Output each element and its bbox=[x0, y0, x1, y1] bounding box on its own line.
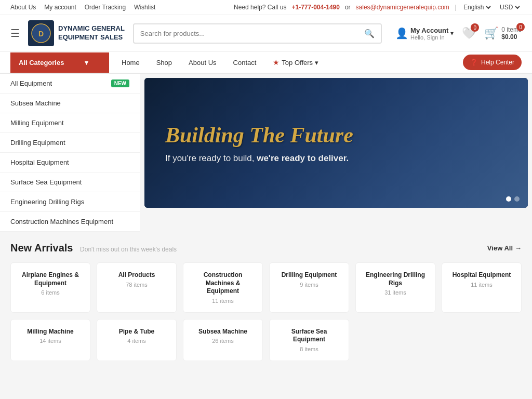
email-link[interactable]: sales@dynamicgeneralequip.com bbox=[356, 4, 449, 11]
new-badge: NEW bbox=[111, 79, 129, 87]
category-card-milling[interactable]: Milling Machine 14 items bbox=[10, 319, 90, 361]
cat-count: 4 items bbox=[103, 338, 170, 344]
dot-2[interactable] bbox=[514, 196, 520, 202]
cat-name: Pipe & Tube bbox=[103, 328, 170, 336]
nav-top-offers[interactable]: ★ Top Offers ▾ bbox=[265, 52, 326, 73]
help-center-label: Help Center bbox=[481, 59, 514, 66]
cat-name: Hospital Equipment bbox=[448, 271, 515, 280]
view-all-label: View All bbox=[487, 244, 513, 252]
cart-price: $0.00 bbox=[501, 33, 522, 41]
dot-1[interactable] bbox=[506, 196, 511, 202]
view-all-link[interactable]: View All → bbox=[487, 244, 522, 252]
sidebar-item-all-equipment[interactable]: All Equipment NEW bbox=[0, 74, 140, 94]
my-account-btn[interactable]: 👤 My Account Hello, Sign In ▾ bbox=[395, 26, 454, 41]
sidebar-label: Construction Machines Equipment bbox=[10, 218, 113, 225]
wishlist-badge: 0 bbox=[471, 23, 479, 32]
sidebar-label: Milling Equipment bbox=[10, 119, 64, 127]
help-center-button[interactable]: ❓ Help Center bbox=[463, 55, 522, 70]
search-button[interactable]: 🔍 bbox=[358, 24, 381, 43]
sign-in-text: Hello, Sign In bbox=[410, 34, 448, 41]
top-bar-links: About Us My account Order Tracking Wishl… bbox=[10, 4, 155, 11]
sidebar-item-subsea-machine[interactable]: Subsea Machine bbox=[0, 94, 140, 113]
nav-contact[interactable]: Contact bbox=[226, 52, 264, 73]
category-card-airplane[interactable]: Airplane Engines & Equipment 6 items bbox=[10, 262, 90, 313]
cat-count: 78 items bbox=[103, 282, 170, 288]
category-card-hospital[interactable]: Hospital Equipment 11 items bbox=[442, 262, 522, 313]
nav-about-us[interactable]: About Us bbox=[181, 52, 223, 73]
top-bar: About Us My account Order Tracking Wishl… bbox=[0, 0, 532, 15]
svg-text:D: D bbox=[38, 30, 44, 38]
cat-name: Drilling Equipment bbox=[276, 271, 342, 280]
nav-shop[interactable]: Shop bbox=[149, 52, 179, 73]
cat-name: Airplane Engines & Equipment bbox=[17, 271, 84, 287]
help-icon: ❓ bbox=[470, 59, 478, 66]
section-title: New Arrivals bbox=[10, 242, 73, 254]
sidebar-label: Surface Sea Equipment bbox=[10, 178, 82, 186]
category-card-engineering[interactable]: Engineering Drilling Rigs 31 items bbox=[355, 262, 435, 313]
language-select[interactable]: English bbox=[461, 3, 493, 11]
cat-name: Construction Machines & Equipment bbox=[190, 271, 256, 296]
sidebar-item-construction-machines[interactable]: Construction Machines Equipment bbox=[0, 212, 140, 232]
sidebar-item-hospital-equipment[interactable]: Hospital Equipment bbox=[0, 153, 140, 172]
sidebar-label: Drilling Equipment bbox=[10, 139, 65, 147]
new-arrivals-section: New Arrivals Don't miss out on this week… bbox=[0, 232, 532, 361]
arrow-icon: → bbox=[515, 244, 522, 252]
nav-links: Home Shop About Us Contact ★ Top Offers … bbox=[109, 52, 463, 73]
cat-count: 26 items bbox=[190, 338, 256, 344]
cat-count: 14 items bbox=[17, 338, 84, 344]
category-card-subsea[interactable]: Subsea Machine 26 items bbox=[183, 319, 263, 361]
sidebar-item-drilling-equipment[interactable]: Drilling Equipment bbox=[0, 133, 140, 153]
category-card-pipe[interactable]: Pipe & Tube 4 items bbox=[97, 319, 177, 361]
category-card-surface-sea[interactable]: Surface Sea Equipment 8 items bbox=[269, 319, 349, 361]
cart-icon: 🛒 bbox=[484, 26, 498, 40]
cart-button[interactable]: 🛒 0 0 items $0.00 bbox=[484, 26, 522, 41]
section-title-group: New Arrivals Don't miss out on this week… bbox=[10, 242, 177, 254]
hero-title: Building The Future bbox=[165, 122, 353, 148]
user-icon: 👤 bbox=[395, 27, 408, 39]
hero-subtitle-bold: we're ready to deliver. bbox=[257, 153, 349, 163]
nav-home[interactable]: Home bbox=[114, 52, 147, 73]
cat-name: Surface Sea Equipment bbox=[276, 328, 342, 344]
sidebar-label: Hospital Equipment bbox=[10, 158, 69, 166]
help-text: Need help? Call us bbox=[234, 4, 286, 11]
or-text: or bbox=[345, 4, 351, 11]
cat-count: 11 items bbox=[448, 282, 515, 288]
wishlist-button[interactable]: 🤍 0 bbox=[462, 26, 476, 40]
header: ☰ D DYNAMIC GENERAL EQUIPMENT SALES 🔍 👤 … bbox=[0, 15, 532, 52]
categories-grid: Airplane Engines & Equipment 6 items All… bbox=[10, 262, 522, 361]
hero-subtitle: If you're ready to build, we're ready to… bbox=[165, 153, 353, 164]
sidebar-label: All Equipment bbox=[10, 79, 52, 87]
topbar-wishlist[interactable]: Wishlist bbox=[134, 4, 155, 11]
topbar-my-account[interactable]: My account bbox=[44, 4, 76, 11]
nav-bar: All Categories ▾ Home Shop About Us Cont… bbox=[0, 52, 532, 74]
cat-name: All Products bbox=[103, 271, 170, 280]
search-input[interactable] bbox=[134, 25, 358, 42]
section-subtitle: Don't miss out on this week's deals bbox=[80, 246, 177, 253]
all-categories-button[interactable]: All Categories ▾ bbox=[10, 52, 109, 73]
sidebar-item-engineering-drilling[interactable]: Engineering Drilling Rigs bbox=[0, 192, 140, 212]
currency-select[interactable]: USD bbox=[498, 3, 522, 11]
all-categories-label: All Categories bbox=[19, 59, 64, 66]
cat-count: 8 items bbox=[276, 346, 342, 352]
sidebar-item-surface-sea[interactable]: Surface Sea Equipment bbox=[0, 172, 140, 192]
cat-count: 31 items bbox=[362, 289, 429, 296]
topbar-about-us[interactable]: About Us bbox=[10, 4, 36, 11]
divider: | bbox=[455, 4, 456, 11]
sidebar-label: Engineering Drilling Rigs bbox=[10, 198, 84, 206]
topbar-order-tracking[interactable]: Order Tracking bbox=[85, 4, 126, 11]
hero-content: Building The Future If you're ready to b… bbox=[165, 122, 353, 164]
chevron-down-icon: ▾ bbox=[315, 59, 318, 66]
top-bar-right: Need help? Call us +1-777-004-1490 or sa… bbox=[234, 3, 522, 11]
cart-badge: 0 bbox=[516, 23, 525, 31]
hero-section: Building The Future If you're ready to b… bbox=[140, 74, 532, 232]
category-card-construction[interactable]: Construction Machines & Equipment 11 ite… bbox=[183, 262, 263, 313]
hamburger-icon[interactable]: ☰ bbox=[10, 27, 20, 39]
top-offers-label: Top Offers bbox=[282, 59, 313, 66]
category-card-all-products[interactable]: All Products 78 items bbox=[97, 262, 177, 313]
logo[interactable]: D DYNAMIC GENERAL EQUIPMENT SALES bbox=[28, 20, 125, 46]
sidebar-item-milling-equipment[interactable]: Milling Equipment bbox=[0, 113, 140, 133]
cat-name: Subsea Machine bbox=[190, 328, 256, 336]
cat-count: 11 items bbox=[190, 298, 256, 304]
category-card-drilling[interactable]: Drilling Equipment 9 items bbox=[269, 262, 349, 313]
chevron-down-icon: ▾ bbox=[85, 59, 88, 66]
